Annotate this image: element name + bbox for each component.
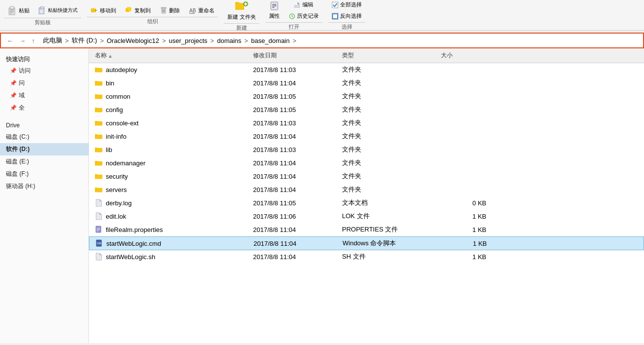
file-type: 文本文档 — [340, 198, 439, 208]
sidebar-item-access[interactable]: 📌访问 — [0, 65, 88, 77]
breadcrumb-projects[interactable]: user_projects — [169, 37, 208, 44]
invert-select-button[interactable]: 反向选择 — [328, 11, 365, 21]
file-type: Windows 命令脚本 — [341, 238, 439, 248]
file-size — [439, 189, 488, 190]
copy-to-button[interactable]: 复制到 — [122, 5, 154, 16]
table-row[interactable]: security 2017/8/8 11:04 文件夹 — [89, 170, 644, 183]
table-row[interactable]: autodeploy 2017/8/8 11:03 文件夹 — [89, 63, 644, 77]
col-size[interactable]: 大小 — [439, 50, 488, 61]
file-date: 2017/8/8 11:04 — [251, 79, 340, 87]
file-type: 文件夹 — [340, 131, 439, 141]
invert-select-label: 反向选择 — [340, 12, 362, 20]
breadcrumb-base[interactable]: base_domain — [251, 37, 290, 44]
c-drive-label: 磁盘 (C:) — [6, 133, 29, 140]
pin-icon-4: 📌 — [10, 105, 17, 111]
file-date: 2017/8/8 11:04 — [251, 186, 340, 194]
sidebar-c-drive[interactable]: 磁盘 (C:) — [0, 131, 88, 143]
file-date: 2017/8/8 11:04 — [251, 172, 340, 181]
file-icon — [95, 199, 103, 207]
file-size — [439, 69, 488, 70]
folder-icon — [95, 186, 103, 193]
toolbar: 粘贴 粘贴快捷方式 剪贴板 移动到 — [0, 0, 644, 31]
sidebar-item-2[interactable]: 📌问 — [0, 77, 88, 89]
file-date: 2017/8/8 11:05 — [251, 92, 340, 101]
sidebar-item-3[interactable]: 📌域 — [0, 89, 88, 102]
history-button[interactable]: 历史记录 — [285, 11, 322, 21]
history-label: 历史记录 — [297, 12, 319, 20]
col-type[interactable]: 类型 — [340, 50, 439, 61]
folder-icon — [95, 173, 103, 180]
file-name: nodemanager — [93, 159, 251, 167]
select-all-button[interactable]: 全部选择 — [328, 0, 365, 10]
col-date[interactable]: 修改日期 — [251, 50, 340, 61]
table-row[interactable]: init-info 2017/8/8 11:04 文件夹 — [89, 130, 644, 143]
up-button[interactable]: ↑ — [30, 36, 37, 45]
edit-button[interactable]: 编辑 — [291, 0, 317, 10]
file-name: security — [93, 172, 251, 181]
paste-label: 粘贴 — [19, 7, 30, 14]
breadcrumb-domains[interactable]: domains — [217, 37, 241, 44]
sidebar-f-drive[interactable]: 磁盘 (F:) — [0, 168, 88, 180]
paste-button[interactable]: 粘贴 — [4, 4, 33, 17]
delete-button[interactable]: 删除 — [156, 5, 183, 16]
back-button[interactable]: ← — [5, 36, 15, 45]
svg-rect-19 — [235, 2, 239, 4]
svg-rect-32 — [333, 14, 337, 18]
table-row[interactable]: servers 2017/8/8 11:04 文件夹 — [89, 183, 644, 196]
table-row[interactable]: derby.log 2017/8/8 11:05 文本文档 0 KB — [89, 196, 644, 210]
file-name: console-ext — [93, 119, 251, 127]
sidebar-d-drive[interactable]: 软件 (D:) — [0, 143, 88, 155]
file-date: 2017/8/8 11:03 — [251, 119, 340, 127]
table-row[interactable]: startWebLogic.sh 2017/8/8 11:04 SH 文件 1 … — [89, 250, 644, 264]
svg-rect-50 — [95, 174, 98, 175]
properties-button[interactable]: 属性 — [265, 0, 283, 21]
file-name: edit.lok — [93, 212, 251, 221]
sidebar-item-4[interactable]: 📌全 — [0, 102, 88, 114]
file-name: config — [93, 106, 251, 114]
drives-section: Drive 磁盘 (C:) 软件 (D:) 磁盘 (E:) 磁盘 (F:) 驱动… — [0, 120, 88, 192]
table-row[interactable]: bin 2017/8/8 11:04 文件夹 — [89, 77, 644, 90]
svg-rect-44 — [95, 134, 98, 135]
folder-icon — [95, 159, 103, 166]
forward-button[interactable]: → — [17, 36, 28, 45]
table-row[interactable]: config 2017/8/8 11:05 文件夹 — [89, 103, 644, 116]
table-row[interactable]: nodemanager 2017/8/8 11:04 文件夹 — [89, 156, 644, 170]
svg-rect-38 — [95, 94, 98, 95]
delete-label: 删除 — [169, 7, 180, 14]
breadcrumb-oracle[interactable]: OracleWeblogic12 — [107, 37, 159, 44]
table-row[interactable]: lib 2017/8/8 11:03 文件夹 — [89, 143, 644, 156]
select-label: 选择 — [328, 22, 365, 31]
svg-rect-1 — [10, 6, 14, 9]
table-row[interactable]: fileRealm.properties 2017/8/8 11:04 PROP… — [89, 223, 644, 236]
main-container: 快速访问 📌访问 📌问 📌域 📌全 Drive 磁盘 (C:) 软件 (D:) … — [0, 48, 644, 343]
clipboard-label: 剪贴板 — [4, 18, 81, 26]
select-sub-group: 全部选择 反向选择 — [328, 0, 365, 21]
sidebar-h-drive[interactable]: 驱动器 (H:) — [0, 180, 88, 192]
file-list-header: 名称 ▴ 修改日期 类型 大小 — [89, 48, 644, 63]
delete-icon — [160, 6, 168, 14]
paste-shortcut-button[interactable]: 粘贴快捷方式 — [35, 5, 81, 16]
copy-label: 复制到 — [134, 7, 151, 14]
select-all-icon — [332, 1, 339, 8]
table-row[interactable]: common 2017/8/8 11:05 文件夹 — [89, 90, 644, 103]
move-to-button[interactable]: 移动到 — [87, 5, 120, 16]
table-row[interactable]: CMD startWebLogic.cmd 2017/8/8 11:04 Win… — [89, 236, 644, 250]
col-name[interactable]: 名称 ▴ — [93, 50, 251, 61]
table-row[interactable]: edit.lok 2017/8/8 11:06 LOK 文件 1 KB — [89, 210, 644, 223]
file-type: LOK 文件 — [340, 211, 439, 221]
breadcrumb-drive[interactable]: 软件 (D:) — [72, 36, 97, 45]
file-size — [439, 122, 488, 123]
edit-label: 编辑 — [302, 1, 313, 8]
svg-rect-52 — [95, 188, 98, 189]
breadcrumb-pc[interactable]: 此电脑 — [43, 36, 62, 45]
table-row[interactable]: console-ext 2017/8/8 11:03 文件夹 — [89, 116, 644, 130]
sidebar-drive-item[interactable]: Drive — [0, 120, 88, 131]
f-drive-label: 磁盘 (F:) — [6, 170, 29, 177]
file-size: 1 KB — [439, 253, 488, 261]
sidebar-e-drive[interactable]: 磁盘 (E:) — [0, 155, 88, 168]
svg-rect-30 — [332, 2, 338, 8]
organize-section: 移动到 复制到 删除 — [87, 5, 218, 25]
rename-button[interactable]: AB 重命名 — [185, 5, 218, 16]
file-icon — [95, 253, 103, 261]
new-folder-button[interactable]: 新建 文件夹 — [224, 0, 259, 22]
